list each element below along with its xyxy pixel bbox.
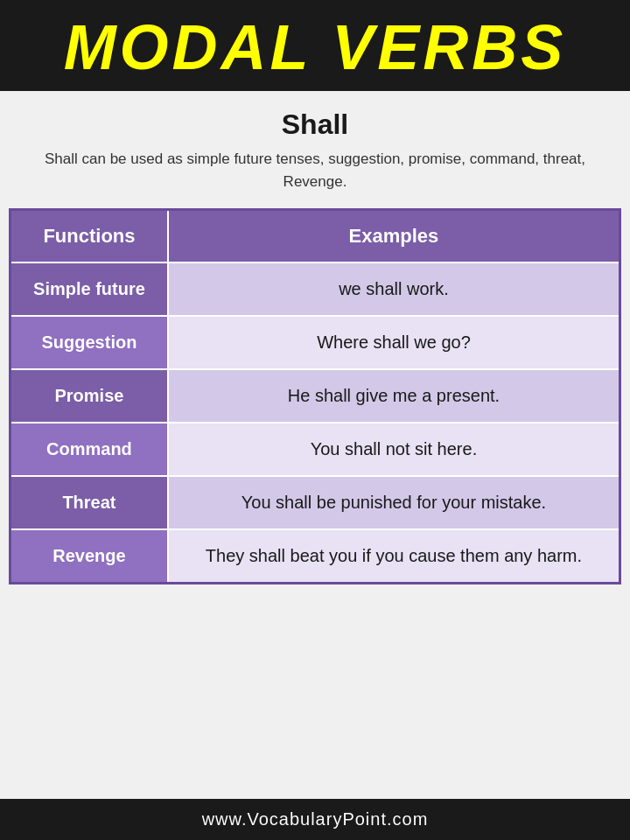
intro-description: Shall can be used as simple future tense… bbox=[35, 148, 595, 192]
example-cell: You shall not sit here. bbox=[168, 423, 620, 476]
function-cell: Threat bbox=[10, 476, 168, 529]
table-row: PromiseHe shall give me a present. bbox=[10, 369, 620, 423]
col-header-functions: Functions bbox=[10, 210, 168, 263]
example-cell: He shall give me a present. bbox=[168, 369, 620, 423]
function-cell: Suggestion bbox=[10, 316, 168, 369]
footer: www.VocabularyPoint.com bbox=[0, 799, 630, 840]
function-cell: Command bbox=[10, 423, 168, 476]
function-cell: Revenge bbox=[10, 529, 168, 584]
function-cell: Simple future bbox=[10, 262, 168, 316]
header: MODAL VERBS bbox=[0, 0, 630, 91]
example-cell: You shall be punished for your mistake. bbox=[168, 476, 620, 529]
example-cell: Where shall we go? bbox=[168, 316, 620, 369]
modal-verb-word: Shall bbox=[35, 108, 595, 141]
table-row: ThreatYou shall be punished for your mis… bbox=[10, 476, 620, 529]
modal-verbs-table: Functions Examples Simple futurewe shall… bbox=[9, 208, 621, 584]
table-container: Functions Examples Simple futurewe shall… bbox=[0, 208, 630, 799]
footer-url: www.VocabularyPoint.com bbox=[202, 809, 429, 829]
table-row: SuggestionWhere shall we go? bbox=[10, 316, 620, 369]
function-cell: Promise bbox=[10, 369, 168, 423]
table-row: CommandYou shall not sit here. bbox=[10, 423, 620, 476]
col-header-examples: Examples bbox=[168, 210, 620, 263]
example-cell: They shall beat you if you cause them an… bbox=[168, 529, 620, 584]
table-row: RevengeThey shall beat you if you cause … bbox=[10, 529, 620, 584]
table-header-row: Functions Examples bbox=[10, 210, 620, 263]
intro-section: Shall Shall can be used as simple future… bbox=[0, 91, 630, 208]
table-row: Simple futurewe shall work. bbox=[10, 262, 620, 316]
example-cell: we shall work. bbox=[168, 262, 620, 316]
page-title: MODAL VERBS bbox=[64, 12, 567, 82]
